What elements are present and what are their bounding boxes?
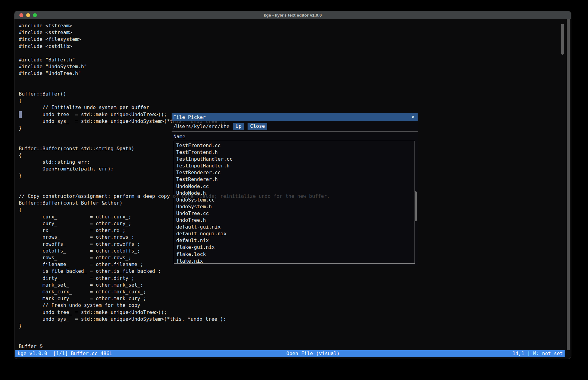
file-list-item[interactable]: TestInputHandler.cc [174,156,415,163]
up-button[interactable]: Up [233,123,244,130]
file-list-item[interactable]: flake.lock [174,251,415,258]
editor-scrollbar-track[interactable] [567,19,570,350]
zoom-window-button[interactable] [33,13,37,17]
file-list-item[interactable]: UndoSystem.h [174,203,415,210]
current-path: /Users/kyle/src/kte [173,123,229,129]
status-file-info: kge v1.0.0 [1/1] Buffer.cc 486L [18,350,112,357]
divider [172,131,418,132]
close-window-button[interactable] [19,13,23,17]
file-list-item[interactable]: TestFrontend.cc [174,142,415,149]
file-list-item[interactable]: TestInputHandler.h [174,163,415,169]
editor-scrollbar-thumb[interactable] [561,24,564,55]
file-list-item[interactable]: default.nix [174,237,415,244]
window-titlebar[interactable]: kge - kyle's text editor v1.0.0 [14,11,571,19]
close-button[interactable]: Close [248,123,267,130]
file-list-item[interactable]: UndoSystem.cc [174,197,415,203]
file-picker-path-row: /Users/kyle/src/kte Up Close [173,122,267,130]
file-list-item[interactable]: default-nogui.nix [174,230,415,237]
app-window: #include <fstream> #include <sstream> #i… [14,11,571,359]
minimize-window-button[interactable] [26,13,30,17]
file-list-item[interactable]: TestRenderer.cc [174,169,415,176]
window-title: kge - kyle's text editor v1.0.0 [264,13,322,18]
status-mode: Open File (visual) [286,350,340,357]
file-list-scrollbar-thumb[interactable] [415,191,417,221]
file-list-item[interactable]: TestFrontend.h [174,149,415,156]
file-picker-titlebar: File Picker ✕ [172,113,418,121]
file-list-item[interactable]: TestRenderer.h [174,176,415,183]
file-picker-title: File Picker [172,114,206,120]
file-list-item[interactable]: UndoTree.cc [174,210,415,217]
file-picker-dialog: File Picker ✕ /Users/kyle/src/kte Up Clo… [172,113,418,266]
file-list: TestFrontend.ccTestFrontend.hTestInputHa… [174,141,415,264]
file-list-item[interactable]: UndoNode.h [174,190,415,197]
file-list-item[interactable]: default-gui.nix [174,224,415,230]
status-cursor-position: 14,1 | M: not set [512,350,563,357]
file-list-item[interactable]: flake-gui.nix [174,244,415,251]
column-header-name: Name [173,134,185,139]
file-list-item[interactable]: UndoNode.cc [174,183,415,190]
text-cursor [19,111,22,118]
file-list-item[interactable]: flake.nix [174,258,415,264]
window-controls [19,11,37,19]
file-list-item[interactable]: UndoTree.h [174,217,415,224]
status-bar: kge v1.0.0 [1/1] Buffer.cc 486L Open Fil… [15,350,565,357]
close-icon[interactable]: ✕ [411,114,415,119]
